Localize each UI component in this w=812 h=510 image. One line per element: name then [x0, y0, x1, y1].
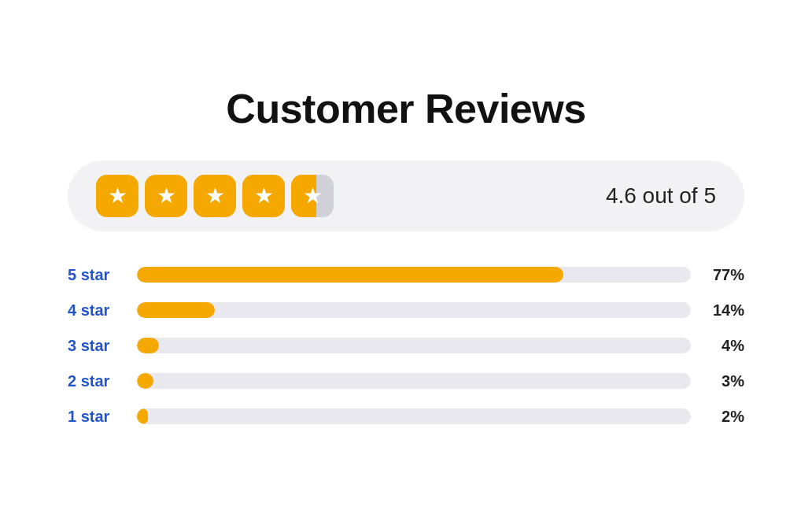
bar-label-5: 1 star [68, 408, 121, 426]
star-icon-5: ★ [303, 183, 323, 209]
bar-label-1: 5 star [68, 266, 121, 284]
bar-fill-2 [137, 302, 215, 318]
bar-fill-5 [137, 408, 148, 424]
star-icon-1: ★ [108, 183, 127, 209]
bar-fill-1 [137, 267, 563, 283]
bar-label-3: 3 star [68, 337, 121, 355]
star-icon-3: ★ [205, 183, 225, 209]
bar-percent-4: 3% [707, 372, 744, 390]
bar-percent-1: 77% [707, 266, 744, 284]
bar-label-2: 4 star [68, 301, 121, 320]
bar-row-3: 3 star4% [68, 337, 744, 355]
star-box-5: ★ [291, 175, 334, 217]
bar-fill-3 [137, 338, 159, 353]
bar-percent-3: 4% [707, 337, 744, 355]
star-icon-2: ★ [157, 183, 176, 209]
bar-row-4: 2 star3% [68, 372, 744, 390]
rating-summary: ★★★★★ 4.6 out of 5 [68, 161, 744, 231]
star-icon-4: ★ [254, 183, 274, 209]
reviews-container: Customer Reviews ★★★★★ 4.6 out of 5 5 st… [52, 54, 760, 457]
star-box-1: ★ [96, 175, 138, 217]
bar-track-5 [137, 408, 691, 424]
star-box-3: ★ [194, 175, 236, 217]
bar-row-5: 1 star2% [68, 408, 744, 426]
bar-track-3 [137, 338, 691, 353]
star-box-2: ★ [145, 175, 187, 217]
stars-row: ★★★★★ [96, 175, 334, 217]
bar-fill-4 [137, 373, 153, 389]
bar-percent-5: 2% [707, 408, 744, 426]
rating-text: 4.6 out of 5 [606, 183, 716, 209]
star-box-4: ★ [242, 175, 285, 217]
page-title: Customer Reviews [68, 85, 744, 132]
bar-track-2 [137, 302, 691, 318]
bar-percent-2: 14% [707, 301, 744, 320]
bars-section: 5 star77%4 star14%3 star4%2 star3%1 star… [68, 266, 744, 426]
bar-label-4: 2 star [68, 372, 121, 390]
bar-track-4 [137, 373, 691, 389]
bar-row-2: 4 star14% [68, 301, 744, 320]
bar-row-1: 5 star77% [68, 266, 744, 284]
bar-track-1 [137, 267, 691, 283]
